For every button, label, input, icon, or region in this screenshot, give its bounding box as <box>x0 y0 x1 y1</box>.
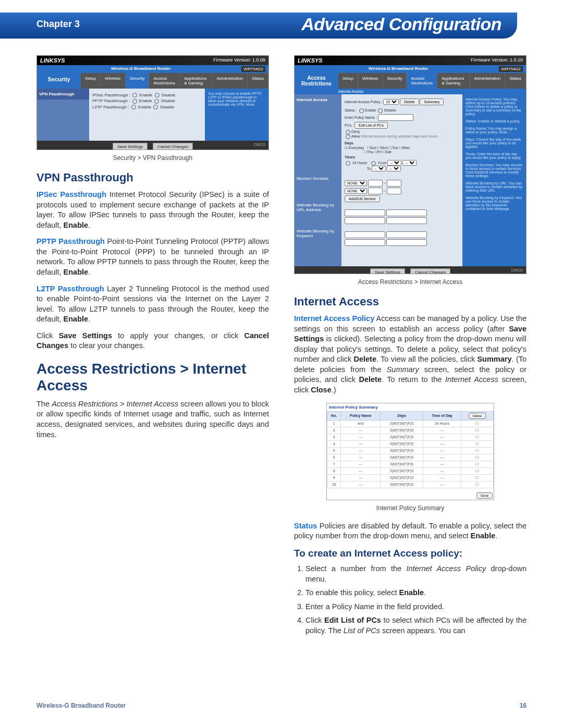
tab-wireless[interactable]: Wireless <box>101 73 126 89</box>
t2-status[interactable]: Status <box>505 73 526 89</box>
para-save: Click Save Settings to apply your change… <box>36 331 269 351</box>
tab-access[interactable]: Access Restrictions <box>149 73 180 89</box>
footer-left: Wireless-G Broadband Router <box>36 702 126 709</box>
cancel-button[interactable]: Cancel Changes <box>153 143 193 150</box>
page-header: Chapter 3 Advanced Configuration <box>0 13 517 39</box>
cisco2: CISCO <box>511 268 523 272</box>
opt-allow[interactable]: Allow <box>351 134 360 138</box>
heading-access: Access Restrictions > Internet Access <box>36 361 269 394</box>
sum-delete[interactable]: Delete <box>469 413 486 419</box>
to-sel[interactable]: -- <box>372 166 386 171</box>
cisco-logo: CISCO <box>254 143 265 146</box>
l2tp-enable[interactable]: Enable <box>138 105 151 109</box>
subtab-ia[interactable]: Internet Access <box>295 89 526 94</box>
f-pcs: PCs : <box>345 124 353 127</box>
kw4[interactable] <box>386 239 427 246</box>
add-service-btn[interactable]: Add/Edit Service <box>345 195 380 202</box>
svc2[interactable]: NONE <box>345 188 367 194</box>
heading-ia: Internet Access <box>294 295 527 309</box>
model2: WRT54G2 <box>499 66 523 72</box>
f-times: Times <box>345 155 355 159</box>
heading-create: To create an Internet Access policy: <box>294 548 527 559</box>
cancel-btn2[interactable]: Cancel Changes <box>410 268 450 274</box>
tab-status[interactable]: Status <box>248 73 268 89</box>
ipsec-row: IPSec Passthrough : <box>92 93 130 97</box>
page-footer: Wireless-G Broadband Router 16 <box>36 702 527 709</box>
t2-access[interactable]: Access Restrictions <box>407 73 437 89</box>
tab-setup[interactable]: Setup <box>81 73 101 89</box>
url2[interactable] <box>386 209 427 216</box>
brand: LINKSYS <box>40 57 65 64</box>
t2-setup[interactable]: Setup <box>338 73 358 89</box>
f-days: Days <box>345 141 353 145</box>
24hours[interactable]: 24 Hours <box>352 161 367 165</box>
kw2[interactable] <box>386 231 427 238</box>
vpn-screenshot: LINKSYS Firmware Version: 1.0.09 Wireles… <box>36 55 269 150</box>
f-policy: Internet Access Policy : <box>345 100 382 104</box>
side-ia: Internet Access <box>295 94 341 105</box>
section-security: Security <box>37 73 81 89</box>
f-name: Enter Policy Name : <box>345 116 377 119</box>
access-screenshot: LINKSYS Firmware Version: 1.0.10 Wireles… <box>294 55 527 274</box>
t2-apps[interactable]: Applications & Gaming <box>437 73 470 89</box>
ipsec-disable[interactable]: Disable <box>162 93 176 97</box>
section-access: Access Restrictions <box>295 73 338 89</box>
footer-page: 16 <box>520 702 527 709</box>
tab-apps[interactable]: Applications & Gaming <box>180 73 212 89</box>
p3[interactable] <box>368 188 383 194</box>
opt-deny[interactable]: Deny <box>351 130 360 133</box>
kw1[interactable] <box>345 231 385 238</box>
side-vpn: VPN Passthrough <box>37 89 89 100</box>
p1[interactable] <box>368 180 383 187</box>
sum-close[interactable]: Close <box>476 492 493 499</box>
f-status: Status : <box>345 108 357 112</box>
url4[interactable] <box>386 217 427 224</box>
svc1[interactable]: NONE <box>345 180 367 186</box>
btn-summary[interactable]: Summary <box>420 98 444 105</box>
page-title: Advanced Configuration <box>301 14 501 34</box>
note: Internet access during selected days and… <box>361 134 439 138</box>
tab-admin[interactable]: Administration <box>213 73 248 89</box>
ipsec-enable[interactable]: Enable <box>139 93 152 97</box>
save-button[interactable]: Save Settings <box>113 143 148 150</box>
side-keyword: Website Blocking by Keyword <box>295 226 341 241</box>
edit-pcs-btn[interactable]: Edit List of PCs <box>354 122 388 129</box>
policy-name-input[interactable] <box>378 114 413 121</box>
url1[interactable] <box>345 209 385 216</box>
l2tp-disable[interactable]: Disable <box>160 105 174 109</box>
pptp-disable[interactable]: Disable <box>161 98 175 103</box>
summary-screenshot: Internet Policy Summary No. Policy Name … <box>326 403 494 500</box>
chapter-label: Chapter 3 <box>36 19 80 30</box>
para-pptp: PPTP Passthrough Point-to-Point Tunnelin… <box>36 237 269 277</box>
right-column: LINKSYS Firmware Version: 1.0.10 Wireles… <box>294 55 527 639</box>
kw3[interactable] <box>345 239 385 246</box>
t2-admin[interactable]: Administration <box>470 73 506 89</box>
policy-select[interactable]: 10 <box>383 99 399 105</box>
p4[interactable] <box>387 188 401 194</box>
status-disable[interactable]: Disable <box>384 108 396 112</box>
fw2: Firmware Version: 1.0.10 <box>471 57 523 64</box>
everyday[interactable]: Everyday <box>349 146 364 150</box>
help-panel: You may choose to enable PPTP, L2TP or I… <box>205 89 268 141</box>
from-sel[interactable]: -- <box>387 160 401 166</box>
to-m[interactable]: -- <box>387 166 401 171</box>
heading-vpn: VPN Passthrough <box>36 171 269 184</box>
side-url: Website Blocking by URL Address <box>295 200 341 215</box>
t2-wireless[interactable]: Wireless <box>358 73 383 89</box>
t2-security[interactable]: Security <box>383 73 407 89</box>
left-column: LINKSYS Firmware Version: 1.0.09 Wireles… <box>36 55 269 639</box>
router-title: Wireless-G Broadband Router <box>111 66 170 72</box>
status-enable[interactable]: Enable <box>365 108 376 112</box>
caption-summary: Internet Policy Summary <box>294 504 527 512</box>
p2[interactable] <box>387 180 401 187</box>
tab-security[interactable]: Security <box>126 73 150 89</box>
btn-delete[interactable]: Delete <box>400 98 419 105</box>
para-status: Status Policies are disabled by default.… <box>294 521 527 541</box>
fw-version: Firmware Version: 1.0.09 <box>213 57 265 64</box>
pptp-enable[interactable]: Enable <box>139 98 152 103</box>
from-m[interactable]: -- <box>402 160 417 166</box>
from: From <box>378 161 386 165</box>
save-btn2[interactable]: Save Settings <box>370 268 405 274</box>
url3[interactable] <box>345 217 385 224</box>
brand2: LINKSYS <box>298 57 323 64</box>
